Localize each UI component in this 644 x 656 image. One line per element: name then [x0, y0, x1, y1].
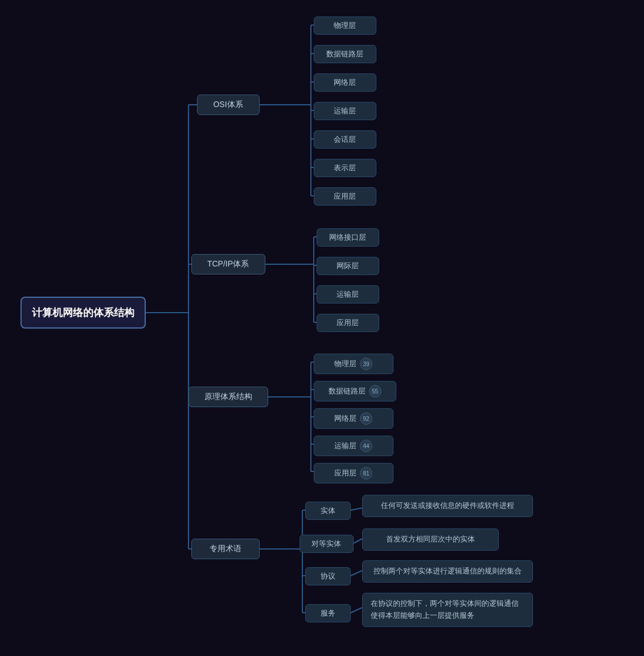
- root-node: 计算机网络的体系结构: [20, 297, 146, 329]
- term-0-desc: 任何可发送或接收信息的硬件或软件进程: [362, 495, 533, 517]
- branch-zhuanyu: 专用术语: [191, 539, 260, 559]
- term-1-desc: 首发双方相同层次中的实体: [362, 528, 499, 551]
- leaf-osi-1: 数据链路层: [314, 45, 376, 63]
- leaf-osi-6: 应用层: [314, 187, 376, 206]
- leaf-osi-4: 会话层: [314, 130, 376, 149]
- branch-osi: OSI体系: [197, 95, 260, 115]
- badge-yuanli-0: 39: [360, 358, 372, 370]
- svg-line-35: [351, 571, 362, 576]
- leaf-yuanli-2: 网络层 92: [314, 408, 393, 429]
- badge-yuanli-1: 55: [369, 385, 382, 397]
- badge-yuanli-4: 81: [360, 467, 372, 479]
- leaf-osi-3: 运输层: [314, 102, 376, 120]
- branch-tcpip: TCP/IP体系: [191, 254, 265, 274]
- term-2-label: 协议: [305, 567, 351, 585]
- leaf-osi-5: 表示层: [314, 159, 376, 177]
- leaf-yuanli-3: 运输层 44: [314, 436, 393, 456]
- term-2-desc: 控制两个对等实体进行逻辑通信的规则的集合: [362, 560, 533, 583]
- leaf-tcpip-1: 网际层: [317, 257, 379, 275]
- leaf-tcpip-2: 运输层: [317, 285, 379, 304]
- leaf-tcpip-0: 网络接口层: [317, 228, 379, 247]
- leaf-osi-2: 网络层: [314, 73, 376, 92]
- mindmap-container: 计算机网络的体系结构 OSI体系 物理层 数据链路层 网络层 运输层 会话层 表…: [9, 6, 635, 650]
- term-0-label: 实体: [305, 502, 351, 520]
- svg-line-37: [351, 608, 362, 613]
- svg-line-33: [354, 539, 362, 543]
- term-3-label: 服务: [305, 604, 351, 622]
- leaf-yuanli-1: 数据链路层 55: [314, 381, 396, 401]
- leaf-yuanli-0: 物理层 39: [314, 354, 393, 374]
- term-1-label: 对等实体: [300, 535, 354, 553]
- term-3-desc: 在协议的控制下，两个对等实体间的逻辑通信使得本层能够向上一层提供服务: [362, 593, 533, 627]
- leaf-tcpip-3: 应用层: [317, 314, 379, 332]
- svg-line-31: [351, 508, 362, 510]
- leaf-yuanli-4: 应用层 81: [314, 463, 393, 483]
- leaf-osi-0: 物理层: [314, 17, 376, 35]
- badge-yuanli-2: 92: [360, 412, 372, 425]
- badge-yuanli-3: 44: [360, 440, 372, 452]
- branch-yuanli: 原理体系结构: [188, 387, 268, 407]
